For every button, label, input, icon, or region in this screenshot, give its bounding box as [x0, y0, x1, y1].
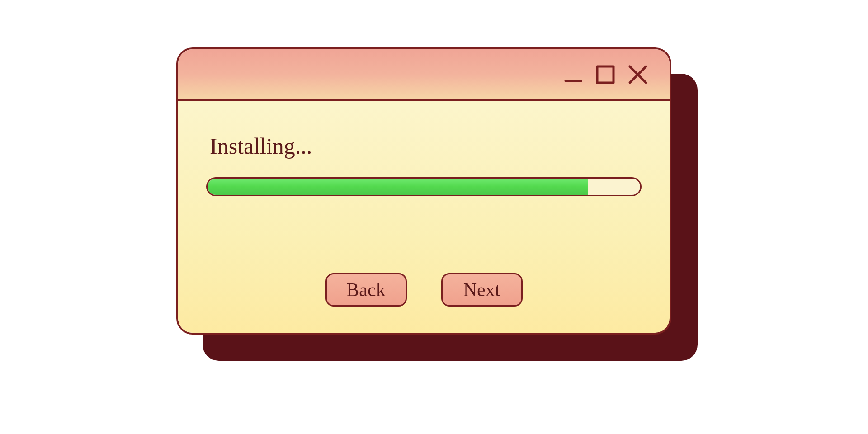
dialog-body: Installing... Back Next	[178, 101, 670, 333]
progress-fill	[208, 179, 588, 195]
back-button[interactable]: Back	[326, 273, 407, 307]
window-controls	[563, 63, 650, 86]
next-button[interactable]: Next	[441, 273, 523, 307]
titlebar	[178, 49, 670, 101]
minimize-icon[interactable]	[563, 64, 585, 85]
progress-bar	[206, 177, 642, 196]
maximize-icon[interactable]	[594, 64, 616, 85]
installer-dialog: Installing... Back Next	[176, 47, 680, 341]
close-icon[interactable]	[626, 63, 650, 86]
dialog-window: Installing... Back Next	[176, 47, 671, 335]
status-text: Installing...	[210, 133, 642, 159]
svg-rect-1	[597, 66, 613, 83]
button-row: Back Next	[206, 273, 642, 315]
